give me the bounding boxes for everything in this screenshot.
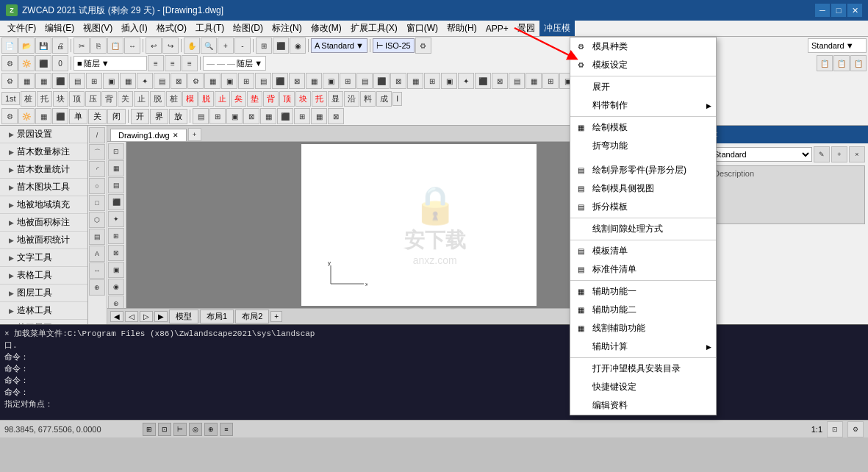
t3b6[interactable]: ⊞: [86, 73, 102, 89]
menu-item-file[interactable]: 文件(F): [3, 21, 40, 36]
mirror-button[interactable]: ↔: [124, 37, 140, 54]
t3b2[interactable]: ▦: [18, 73, 35, 89]
t3b33[interactable]: ⊞: [542, 73, 559, 89]
open-button[interactable]: 📂: [18, 37, 35, 54]
cn-btn-4[interactable]: 块: [53, 91, 68, 107]
zoom-in-button[interactable]: +: [218, 37, 234, 54]
r5b13[interactable]: ⊠: [328, 108, 344, 124]
t3b4[interactable]: ⬛: [52, 73, 68, 89]
menu-item-draw[interactable]: 绘图(D): [229, 21, 268, 36]
lwt-toggle[interactable]: ≡: [220, 423, 233, 436]
snap-toggle[interactable]: ⊡: [158, 423, 171, 436]
sidebar-item-造林工具[interactable]: ▶造林工具: [0, 302, 87, 320]
otrack-toggle[interactable]: ⊕: [204, 423, 218, 436]
dropdown-item-edit-data[interactable]: 编辑资料: [570, 396, 716, 415]
t3b1[interactable]: ⚙: [1, 73, 18, 89]
drawing-tab-main[interactable]: Drawing1.dwg ✕: [110, 129, 187, 141]
layout-2[interactable]: 布局2: [235, 310, 269, 323]
layer-combo[interactable]: ■ 随层 ▼: [73, 56, 147, 71]
dropdown-item-undefined[interactable]: [570, 155, 716, 161]
cs8[interactable]: ▣: [108, 262, 124, 278]
draw-text[interactable]: A: [89, 246, 105, 262]
sidebar-item-地被面积统计[interactable]: ▶地被面积统计: [0, 232, 87, 249]
draw-line[interactable]: /: [89, 127, 105, 143]
sidebar-item-苗木图块工具[interactable]: ▶苗木图块工具: [0, 179, 87, 196]
menu-item-extend[interactable]: 扩展工具(X): [346, 21, 402, 36]
sidebar-item-表格工具[interactable]: ▶表格工具: [0, 267, 87, 285]
dropdown-item-assist2[interactable]: ▦辅助功能二: [570, 301, 716, 319]
t3b15[interactable]: ⊞: [238, 73, 254, 89]
dropdown-item-expand[interactable]: 展开: [570, 78, 716, 96]
t3b5[interactable]: ▤: [69, 73, 85, 89]
cn-btn-14[interactable]: 止: [215, 91, 230, 107]
t3b23[interactable]: ⬛: [373, 73, 390, 89]
sidebar-item-关于景园[interactable]: ▶关于景园: [0, 320, 87, 324]
nav-right-btn[interactable]: ▶: [154, 311, 168, 322]
config-icon[interactable]: ⚙: [847, 421, 864, 437]
zoom-button[interactable]: 🔍: [201, 37, 217, 54]
dropdown-item-line-cut[interactable]: 线割间隙处理方式: [570, 220, 716, 238]
cs7[interactable]: ⊠: [108, 245, 124, 261]
cn-btn-7[interactable]: 背: [101, 91, 117, 107]
t3b29[interactable]: ⬛: [475, 73, 491, 89]
cn-btn-3[interactable]: 托: [37, 91, 52, 107]
t3b21[interactable]: ⊞: [340, 73, 356, 89]
cn-btn-kai[interactable]: 开: [131, 109, 149, 124]
t3b9[interactable]: ✦: [137, 73, 153, 89]
draw-hatch[interactable]: ▤: [89, 229, 105, 245]
layer-settings[interactable]: ⚙: [1, 55, 18, 71]
t3b22[interactable]: ▤: [356, 73, 373, 89]
t3b19[interactable]: ▦: [306, 73, 322, 89]
dropdown-item-calc[interactable]: 辅助计算: [570, 337, 716, 356]
t3b10[interactable]: ▤: [154, 73, 170, 89]
menu-item-scene[interactable]: 景园: [513, 21, 539, 36]
menu-item-format[interactable]: 格式(O): [152, 21, 191, 36]
cn-btn-21[interactable]: 显: [328, 91, 343, 107]
dropdown-item-mold-setting[interactable]: ⚙模板设定: [570, 56, 716, 74]
t3b26[interactable]: ⊞: [424, 73, 440, 89]
t3b31[interactable]: ▤: [509, 73, 525, 89]
pan-button[interactable]: ✋: [184, 37, 200, 54]
right-btn1[interactable]: 📋: [817, 55, 833, 71]
cn-btn-fang[interactable]: 放: [169, 109, 187, 124]
menu-item-edit[interactable]: 编辑(E): [40, 21, 79, 36]
cn-btn-bi[interactable]: 界: [150, 109, 168, 124]
cs6[interactable]: ⊞: [108, 228, 124, 244]
sidebar-item-地被地域填充[interactable]: ▶地被地域填充: [0, 196, 87, 214]
cn-btn-25[interactable]: Ⅰ: [392, 92, 402, 106]
dropdown-item-shortcut[interactable]: 快捷键设定: [570, 378, 716, 396]
t3b13[interactable]: ▦: [204, 73, 220, 89]
cn-btn-16[interactable]: 垫: [247, 91, 262, 107]
r5b9[interactable]: ▦: [260, 108, 276, 124]
print-button[interactable]: 🖨: [52, 37, 68, 54]
r5b11[interactable]: ⊞: [294, 108, 310, 124]
color-combo[interactable]: — — — 随层 ▼: [203, 56, 266, 71]
text-style-combo[interactable]: A Standard ▼: [311, 38, 367, 53]
paste-button[interactable]: 📋: [107, 37, 123, 54]
ortho-toggle[interactable]: ⊢: [173, 423, 187, 436]
cn-btn-12[interactable]: 模: [182, 91, 198, 107]
t3b11[interactable]: ⊠: [171, 73, 187, 89]
draw-pline[interactable]: ⌒: [89, 144, 105, 160]
draw-circle[interactable]: ○: [89, 178, 105, 194]
dropdown-item-assist1[interactable]: ▦辅助功能一: [570, 282, 716, 301]
copy-button[interactable]: ⎘: [90, 37, 107, 54]
menu-item-modify[interactable]: 修改(M): [306, 21, 346, 36]
dropdown-item-open-dir[interactable]: 打开冲望模具安装目录: [570, 360, 716, 378]
dropdown-item-draw-side[interactable]: ▤绘制模具侧视图: [570, 179, 716, 198]
menu-item-stamp[interactable]: 冲压模: [539, 21, 575, 36]
t3b24[interactable]: ⊠: [390, 73, 406, 89]
cn-btn-15[interactable]: 矣: [231, 91, 246, 107]
cn-btn-20[interactable]: 托: [312, 91, 327, 107]
menu-item-window[interactable]: 窗口(W): [402, 21, 442, 36]
cn-btn-22[interactable]: 沿: [344, 91, 359, 107]
t3b25[interactable]: ▦: [407, 73, 423, 89]
layer-icon3[interactable]: 0: [52, 55, 68, 71]
grid-button[interactable]: ⊞: [256, 37, 272, 54]
nav-prev-btn[interactable]: ◁: [125, 311, 138, 322]
menu-item-app[interactable]: APP+: [481, 21, 513, 36]
cn-btn-23[interactable]: 料: [360, 91, 376, 107]
t3b14[interactable]: ▣: [221, 73, 237, 89]
new-drawing-button[interactable]: +: [188, 128, 201, 141]
menu-item-annotate[interactable]: 标注(N): [268, 21, 306, 36]
